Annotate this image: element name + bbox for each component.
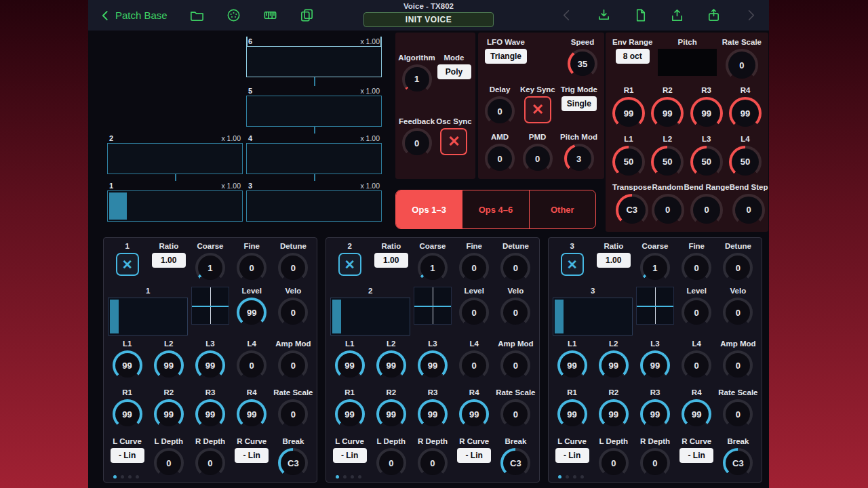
- piano-icon[interactable]: [262, 7, 279, 24]
- page-dot[interactable]: [580, 475, 584, 479]
- env-range-button[interactable]: 8 oct: [616, 49, 650, 64]
- tab-ops-4-6[interactable]: Ops 4–6: [462, 190, 529, 228]
- l4-knob[interactable]: 0: [459, 350, 489, 380]
- coarse-knob[interactable]: 1: [640, 253, 670, 283]
- lfo-delay-knob[interactable]: 0: [485, 96, 515, 126]
- mode-button[interactable]: Poly: [437, 64, 471, 79]
- r2-knob[interactable]: 99: [154, 399, 184, 429]
- level-knob[interactable]: 0: [682, 298, 711, 327]
- r1-knob[interactable]: 99: [335, 399, 365, 429]
- osc-sync-toggle[interactable]: ✕: [440, 128, 467, 155]
- r3-knob[interactable]: 99: [690, 97, 723, 129]
- copy-icon[interactable]: [299, 7, 315, 24]
- op-1-enable-checkbox[interactable]: ✕: [116, 253, 139, 276]
- page-dot[interactable]: [343, 475, 347, 479]
- velo-knob[interactable]: 0: [500, 298, 530, 327]
- r-depth-knob[interactable]: 0: [418, 448, 448, 478]
- r2-knob[interactable]: 99: [651, 97, 684, 129]
- r4-knob[interactable]: 99: [682, 399, 711, 429]
- lfo-wave-button[interactable]: Triangle: [485, 49, 527, 64]
- l-depth-knob[interactable]: 0: [376, 448, 406, 478]
- fine-knob[interactable]: 0: [682, 253, 711, 283]
- coarse-knob[interactable]: 1: [418, 253, 448, 283]
- algorithm-knob[interactable]: 1: [402, 64, 432, 94]
- amp-mod-knob[interactable]: 0: [500, 350, 530, 380]
- op-2-enable-checkbox[interactable]: ✕: [338, 253, 361, 276]
- op-2-page-dots[interactable]: [336, 475, 361, 479]
- rate-scale-knob[interactable]: 0: [500, 399, 530, 429]
- bend-step-knob[interactable]: 0: [732, 194, 765, 226]
- l3-knob[interactable]: 99: [640, 350, 670, 380]
- rate-scale-knob[interactable]: 0: [278, 399, 308, 429]
- l4-knob[interactable]: 0: [682, 350, 711, 380]
- l1-knob[interactable]: 99: [113, 350, 142, 380]
- pitch-rate-scale-knob[interactable]: 0: [726, 49, 758, 81]
- break-knob[interactable]: C3: [500, 448, 530, 478]
- r-curve-button[interactable]: - Lin: [235, 448, 269, 463]
- detune-knob[interactable]: 0: [723, 253, 753, 283]
- algorithm-block-6[interactable]: 6x 1.00: [246, 37, 382, 77]
- page-dot[interactable]: [358, 475, 361, 479]
- algorithm-block-3[interactable]: 3x 1.00: [246, 181, 382, 222]
- r-depth-knob[interactable]: 0: [640, 448, 670, 478]
- back-button[interactable]: Patch Base: [98, 7, 167, 24]
- page-dot[interactable]: [351, 475, 354, 479]
- l1-knob[interactable]: 99: [335, 350, 365, 380]
- page-dot[interactable]: [558, 475, 561, 479]
- algorithm-block-5[interactable]: 5x 1.00: [246, 86, 382, 127]
- random-knob[interactable]: 0: [652, 194, 684, 226]
- feedback-knob[interactable]: 0: [402, 128, 432, 158]
- l-curve-button[interactable]: - Lin: [333, 448, 367, 463]
- r3-knob[interactable]: 99: [418, 399, 448, 429]
- amd-knob[interactable]: 0: [485, 144, 515, 174]
- page-dot[interactable]: [573, 475, 576, 479]
- r-depth-knob[interactable]: 0: [195, 448, 225, 478]
- page-dot[interactable]: [566, 475, 569, 479]
- r2-knob[interactable]: 99: [599, 399, 629, 429]
- op-1-page-dots[interactable]: [113, 475, 139, 479]
- detune-knob[interactable]: 0: [278, 253, 308, 283]
- page-dot[interactable]: [128, 475, 132, 479]
- l-curve-button[interactable]: - Lin: [555, 448, 589, 463]
- page-dot[interactable]: [121, 475, 124, 479]
- share-icon[interactable]: [705, 7, 722, 24]
- l-depth-knob[interactable]: 0: [599, 448, 629, 478]
- transpose-knob[interactable]: C3: [616, 194, 648, 226]
- coarse-knob[interactable]: 1: [195, 253, 225, 283]
- algorithm-block-1[interactable]: 1x 1.00: [107, 181, 243, 222]
- nav-forward-icon[interactable]: [742, 7, 758, 24]
- folder-icon[interactable]: [189, 7, 205, 24]
- break-knob[interactable]: C3: [278, 448, 308, 478]
- fine-knob[interactable]: 0: [459, 253, 489, 283]
- op-3-ratio-button[interactable]: 1.00: [597, 253, 631, 268]
- l3-knob[interactable]: 99: [418, 350, 448, 380]
- amp-mod-knob[interactable]: 0: [278, 350, 308, 380]
- init-voice-button[interactable]: INIT VOICE: [363, 12, 494, 27]
- bend-range-knob[interactable]: 0: [690, 194, 723, 226]
- detune-knob[interactable]: 0: [500, 253, 530, 283]
- break-knob[interactable]: C3: [723, 448, 753, 478]
- page-dot[interactable]: [336, 475, 339, 479]
- lfo-trig-mode-button[interactable]: Single: [561, 96, 597, 111]
- file-icon[interactable]: [632, 7, 648, 24]
- lfo-key-sync-toggle[interactable]: ✕: [524, 96, 551, 123]
- algorithm-block-2[interactable]: 2x 1.00: [107, 134, 243, 174]
- r4-knob[interactable]: 99: [459, 399, 489, 429]
- l4-knob[interactable]: 50: [729, 146, 762, 178]
- download-icon[interactable]: [595, 7, 612, 24]
- l3-knob[interactable]: 99: [195, 350, 225, 380]
- level-knob[interactable]: 0: [459, 298, 489, 327]
- nav-back-icon[interactable]: [559, 7, 575, 24]
- export-icon[interactable]: [669, 7, 685, 24]
- r1-knob[interactable]: 99: [612, 97, 645, 129]
- lfo-speed-knob[interactable]: 35: [568, 49, 597, 79]
- r2-knob[interactable]: 99: [376, 399, 406, 429]
- l2-knob[interactable]: 99: [376, 350, 406, 380]
- midi-icon[interactable]: [226, 7, 242, 24]
- l2-knob[interactable]: 50: [651, 146, 684, 178]
- level-knob[interactable]: 99: [237, 298, 267, 327]
- op-3-page-dots[interactable]: [558, 475, 584, 479]
- l-depth-knob[interactable]: 0: [154, 448, 184, 478]
- r1-knob[interactable]: 99: [557, 399, 587, 429]
- l1-knob[interactable]: 50: [612, 146, 645, 178]
